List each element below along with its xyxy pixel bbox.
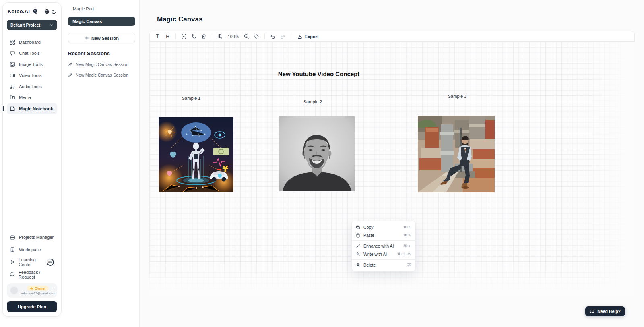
sidebar-item-label: Projects Manager: [19, 235, 54, 240]
sidebar-item-label: Media: [19, 95, 31, 100]
reset-view-button[interactable]: [252, 32, 261, 41]
plus-icon: [85, 36, 89, 40]
media-folder-icon: [10, 95, 15, 100]
sidebar-item-audio-tools[interactable]: Audio Tools: [7, 81, 57, 92]
zoom-in-button[interactable]: [215, 32, 225, 41]
menu-shortcut: ⌘+E: [403, 244, 411, 248]
menu-item-copy[interactable]: Copy ⌘+C: [352, 223, 415, 231]
dark-mode-moon-icon[interactable]: [52, 9, 56, 14]
heading-tool-icon: H: [166, 34, 169, 39]
delete-tool-button[interactable]: [199, 32, 208, 41]
trash-icon: [356, 263, 360, 267]
export-button[interactable]: Export: [294, 32, 322, 41]
learning-progress-ring: 66%: [46, 258, 54, 266]
magic-canvas-item[interactable]: Magic Canvas: [68, 17, 135, 26]
sidebar-item-dashboard[interactable]: Dashboard: [7, 37, 57, 48]
menu-item-label: Enhance with AI: [363, 244, 394, 248]
text-tool-button[interactable]: T: [153, 32, 162, 41]
user-account-card[interactable]: Owner zoharvan12@gmail.com ⌃: [7, 283, 57, 298]
menu-shortcut: ⌘+⇧+W: [397, 252, 411, 256]
canvas-title-text[interactable]: New Youtube Video Concept: [278, 70, 360, 77]
sidebar-item-media[interactable]: Media: [7, 92, 57, 103]
language-globe-icon[interactable]: [44, 9, 50, 14]
download-icon: [297, 34, 302, 39]
sidebar-item-image-tools[interactable]: Image Tools: [7, 59, 57, 70]
briefcase-icon: [10, 234, 15, 240]
sidebar-item-feedback[interactable]: Feedback / Request: [7, 268, 57, 281]
trash-icon: [201, 34, 206, 39]
undo-icon: [270, 34, 275, 39]
menu-separator: [352, 240, 415, 241]
paste-icon: [356, 233, 360, 238]
page-title: Magic Canvas: [157, 15, 202, 23]
magic-wand-icon: [356, 244, 360, 248]
zoom-out-button[interactable]: [242, 32, 251, 41]
crown-icon: [30, 287, 33, 290]
need-help-button[interactable]: Need Help?: [585, 306, 625, 316]
dashboard-icon: [10, 39, 15, 45]
menu-item-paste[interactable]: Paste ⌘+V: [352, 231, 415, 239]
project-selector[interactable]: Default Project: [7, 20, 57, 30]
menu-item-label: Delete: [363, 263, 376, 267]
project-selector-label: Default Project: [10, 23, 40, 27]
zoom-level-value[interactable]: 100%: [225, 34, 241, 39]
sample-2-label[interactable]: Sample 2: [303, 99, 322, 104]
ai-select-icon: [181, 34, 186, 39]
user-email: zoharvan12@gmail.com: [21, 292, 55, 295]
need-help-label: Need Help?: [597, 309, 621, 314]
redo-button[interactable]: [278, 32, 287, 41]
audio-icon: [10, 84, 15, 89]
sample-3-image[interactable]: [418, 116, 495, 192]
sample-3-label[interactable]: Sample 3: [448, 94, 466, 99]
flow-nodes-icon: [191, 34, 196, 39]
zoom-in-icon: [217, 34, 223, 39]
session-item-label: New Magic Canvas Session: [76, 72, 128, 77]
building-icon: [10, 247, 15, 252]
chevron-icon: ⌃: [52, 287, 55, 291]
menu-item-label: Copy: [363, 225, 374, 230]
help-chat-icon: [590, 309, 594, 314]
export-label: Export: [305, 34, 319, 39]
context-menu: Copy ⌘+C Paste ⌘+V Enhance with AI ⌘+E W…: [351, 221, 416, 271]
canvas-grid[interactable]: New Youtube Video Concept Sample 1 Sampl…: [149, 42, 635, 297]
ai-select-button[interactable]: [179, 32, 188, 41]
sidebar-nav: Dashboard Chat Tools Image Tools Video T…: [7, 37, 57, 114]
sidebar-item-chat-tools[interactable]: Chat Tools: [7, 48, 57, 59]
sidebar-item-magic-notebook[interactable]: Magic Notebook: [7, 103, 57, 114]
menu-item-label: Write with AI: [363, 252, 387, 257]
sample-1-image[interactable]: ¥: [159, 117, 233, 192]
canvas-toolbar: T H 100% Export: [149, 31, 635, 42]
sidebar-item-video-tools[interactable]: Video Tools: [7, 70, 57, 81]
magic-pad-item[interactable]: Magic Pad: [68, 6, 135, 11]
learning-progress-value: 66%: [46, 258, 54, 266]
sidebar-item-label: Chat Tools: [19, 51, 40, 56]
undo-button[interactable]: [268, 32, 277, 41]
sample-1-label[interactable]: Sample 1: [182, 96, 200, 101]
chevron-down-icon: [50, 23, 54, 27]
sample-2-image[interactable]: [279, 116, 355, 191]
sidebar-item-label: Learning Center: [19, 257, 42, 267]
brand-logo: Kolbo.AI: [8, 8, 30, 14]
sidebar-item-label: Audio Tools: [19, 84, 42, 89]
brain-logo-icon: [32, 8, 38, 14]
menu-item-delete[interactable]: Delete ⌫: [352, 261, 415, 269]
menu-item-label: Paste: [363, 233, 374, 238]
heading-tool-button[interactable]: H: [163, 32, 172, 41]
sidebar-item-learning-center[interactable]: Learning Center 66%: [7, 256, 57, 268]
upgrade-plan-button[interactable]: Upgrade Plan: [7, 301, 57, 312]
new-session-label: New Session: [91, 36, 119, 41]
flow-tool-button[interactable]: [189, 32, 198, 41]
menu-item-write-with-ai[interactable]: Write with AI ⌘+⇧+W: [352, 250, 415, 258]
menu-item-enhance-with-ai[interactable]: Enhance with AI ⌘+E: [352, 242, 415, 250]
menu-shortcut: ⌫: [406, 263, 411, 267]
sidebar-item-workspace[interactable]: Workspace: [7, 243, 57, 256]
session-item-label: New Magic Canvas Session: [76, 62, 128, 67]
session-list-item[interactable]: New Magic Canvas Session: [68, 72, 135, 77]
session-list-item[interactable]: New Magic Canvas Session: [68, 62, 135, 67]
sidebar-item-label: Dashboard: [19, 40, 41, 45]
text-tool-icon: T: [156, 34, 159, 39]
feedback-bubble-icon: [10, 272, 15, 277]
new-session-button[interactable]: New Session: [68, 33, 135, 43]
sidebar-item-projects-manager[interactable]: Projects Manager: [7, 231, 57, 243]
video-icon: [10, 72, 15, 78]
